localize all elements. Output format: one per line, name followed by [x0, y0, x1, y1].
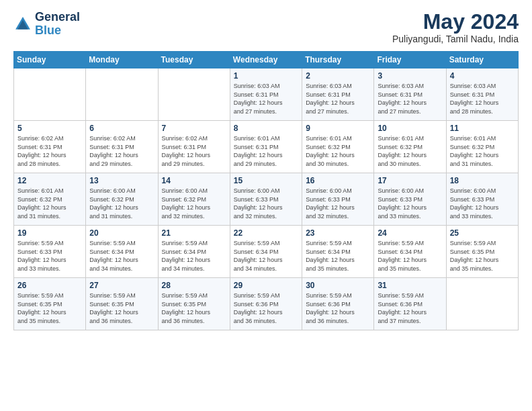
- day-info: Sunrise: 6:01 AM Sunset: 6:31 PM Dayligh…: [234, 134, 298, 168]
- col-wednesday: Wednesday: [230, 52, 302, 68]
- day-info: Sunrise: 5:59 AM Sunset: 6:36 PM Dayligh…: [378, 291, 442, 325]
- day-number: 10: [378, 124, 442, 133]
- cell-1-1: [14, 68, 86, 121]
- day-number: 17: [378, 176, 442, 185]
- day-number: 19: [17, 228, 82, 238]
- day-info: Sunrise: 5:59 AM Sunset: 6:34 PM Dayligh…: [378, 239, 442, 273]
- day-info: Sunrise: 6:00 AM Sunset: 6:33 PM Dayligh…: [450, 187, 515, 220]
- day-info: Sunrise: 6:03 AM Sunset: 6:31 PM Dayligh…: [306, 82, 370, 116]
- day-number: 20: [89, 228, 154, 238]
- day-number: 15: [234, 176, 298, 185]
- day-info: Sunrise: 5:59 AM Sunset: 6:33 PM Dayligh…: [17, 239, 82, 273]
- cell-5-2: 27Sunrise: 5:59 AM Sunset: 6:35 PM Dayli…: [86, 278, 158, 330]
- cell-1-3: [158, 68, 230, 121]
- day-number: 23: [306, 228, 370, 238]
- cell-5-7: [446, 278, 518, 330]
- cell-4-7: 25Sunrise: 5:59 AM Sunset: 6:35 PM Dayli…: [446, 226, 518, 278]
- day-info: Sunrise: 6:00 AM Sunset: 6:33 PM Dayligh…: [378, 187, 442, 220]
- day-info: Sunrise: 5:59 AM Sunset: 6:36 PM Dayligh…: [234, 291, 298, 325]
- day-number: 30: [306, 281, 370, 290]
- logo: General Blue: [13, 11, 80, 38]
- cell-3-7: 18Sunrise: 6:00 AM Sunset: 6:33 PM Dayli…: [446, 173, 518, 226]
- day-info: Sunrise: 6:02 AM Sunset: 6:31 PM Dayligh…: [89, 134, 154, 168]
- day-info: Sunrise: 5:59 AM Sunset: 6:34 PM Dayligh…: [89, 239, 154, 273]
- day-info: Sunrise: 6:00 AM Sunset: 6:32 PM Dayligh…: [162, 187, 226, 220]
- cell-3-4: 15Sunrise: 6:00 AM Sunset: 6:33 PM Dayli…: [230, 173, 302, 226]
- calendar-header: Sunday Monday Tuesday Wednesday Thursday…: [14, 52, 519, 68]
- cell-3-6: 17Sunrise: 6:00 AM Sunset: 6:33 PM Dayli…: [374, 173, 446, 226]
- day-number: 3: [378, 71, 442, 81]
- cell-5-6: 31Sunrise: 5:59 AM Sunset: 6:36 PM Dayli…: [374, 278, 446, 330]
- day-number: 4: [450, 71, 515, 81]
- day-info: Sunrise: 6:01 AM Sunset: 6:32 PM Dayligh…: [450, 134, 515, 168]
- page: General Blue May 2024 Puliyangudi, Tamil…: [0, 0, 532, 411]
- day-number: 26: [17, 281, 82, 290]
- day-info: Sunrise: 6:03 AM Sunset: 6:31 PM Dayligh…: [378, 82, 442, 116]
- day-info: Sunrise: 5:59 AM Sunset: 6:35 PM Dayligh…: [450, 239, 515, 273]
- cell-4-3: 21Sunrise: 5:59 AM Sunset: 6:34 PM Dayli…: [158, 226, 230, 278]
- cell-2-2: 6Sunrise: 6:02 AM Sunset: 6:31 PM Daylig…: [86, 121, 158, 173]
- day-number: 16: [306, 176, 370, 185]
- cell-3-1: 12Sunrise: 6:01 AM Sunset: 6:32 PM Dayli…: [14, 173, 86, 226]
- day-number: 29: [234, 281, 298, 290]
- day-info: Sunrise: 5:59 AM Sunset: 6:35 PM Dayligh…: [162, 291, 226, 325]
- day-number: 11: [450, 124, 515, 133]
- day-info: Sunrise: 6:01 AM Sunset: 6:32 PM Dayligh…: [17, 187, 82, 220]
- week-row-3: 12Sunrise: 6:01 AM Sunset: 6:32 PM Dayli…: [14, 173, 519, 226]
- col-saturday: Saturday: [446, 52, 518, 68]
- day-info: Sunrise: 6:00 AM Sunset: 6:33 PM Dayligh…: [234, 187, 298, 220]
- day-number: 21: [162, 228, 226, 238]
- day-info: Sunrise: 5:59 AM Sunset: 6:34 PM Dayligh…: [234, 239, 298, 273]
- day-number: 1: [234, 71, 298, 81]
- day-number: 6: [89, 124, 154, 133]
- col-sunday: Sunday: [14, 52, 86, 68]
- cell-2-4: 8Sunrise: 6:01 AM Sunset: 6:31 PM Daylig…: [230, 121, 302, 173]
- cell-5-3: 28Sunrise: 5:59 AM Sunset: 6:35 PM Dayli…: [158, 278, 230, 330]
- day-number: 27: [89, 281, 154, 290]
- cell-4-2: 20Sunrise: 5:59 AM Sunset: 6:34 PM Dayli…: [86, 226, 158, 278]
- day-info: Sunrise: 5:59 AM Sunset: 6:34 PM Dayligh…: [306, 239, 370, 273]
- cell-1-5: 2Sunrise: 6:03 AM Sunset: 6:31 PM Daylig…: [302, 68, 374, 121]
- cell-5-5: 30Sunrise: 5:59 AM Sunset: 6:36 PM Dayli…: [302, 278, 374, 330]
- cell-4-5: 23Sunrise: 5:59 AM Sunset: 6:34 PM Dayli…: [302, 226, 374, 278]
- day-info: Sunrise: 6:01 AM Sunset: 6:32 PM Dayligh…: [306, 134, 370, 168]
- col-tuesday: Tuesday: [158, 52, 230, 68]
- calendar-body: 1Sunrise: 6:03 AM Sunset: 6:31 PM Daylig…: [14, 68, 519, 330]
- day-number: 25: [450, 228, 515, 238]
- cell-1-6: 3Sunrise: 6:03 AM Sunset: 6:31 PM Daylig…: [374, 68, 446, 121]
- cell-2-3: 7Sunrise: 6:02 AM Sunset: 6:31 PM Daylig…: [158, 121, 230, 173]
- cell-4-6: 24Sunrise: 5:59 AM Sunset: 6:34 PM Dayli…: [374, 226, 446, 278]
- day-number: 8: [234, 124, 298, 133]
- day-info: Sunrise: 5:59 AM Sunset: 6:35 PM Dayligh…: [17, 291, 82, 325]
- week-row-2: 5Sunrise: 6:02 AM Sunset: 6:31 PM Daylig…: [14, 121, 519, 173]
- cell-3-3: 14Sunrise: 6:00 AM Sunset: 6:32 PM Dayli…: [158, 173, 230, 226]
- cell-4-1: 19Sunrise: 5:59 AM Sunset: 6:33 PM Dayli…: [14, 226, 86, 278]
- cell-2-7: 11Sunrise: 6:01 AM Sunset: 6:32 PM Dayli…: [446, 121, 518, 173]
- logo-line1: General: [35, 11, 80, 24]
- logo-icon: [13, 15, 32, 34]
- day-info: Sunrise: 5:59 AM Sunset: 6:34 PM Dayligh…: [162, 239, 226, 273]
- header-row: Sunday Monday Tuesday Wednesday Thursday…: [14, 52, 519, 68]
- week-row-1: 1Sunrise: 6:03 AM Sunset: 6:31 PM Daylig…: [14, 68, 519, 121]
- day-info: Sunrise: 6:01 AM Sunset: 6:32 PM Dayligh…: [378, 134, 442, 168]
- cell-3-5: 16Sunrise: 6:00 AM Sunset: 6:33 PM Dayli…: [302, 173, 374, 226]
- cell-5-4: 29Sunrise: 5:59 AM Sunset: 6:36 PM Dayli…: [230, 278, 302, 330]
- day-info: Sunrise: 6:02 AM Sunset: 6:31 PM Dayligh…: [17, 134, 82, 168]
- day-info: Sunrise: 6:03 AM Sunset: 6:31 PM Dayligh…: [234, 82, 298, 116]
- day-number: 18: [450, 176, 515, 185]
- day-number: 7: [162, 124, 226, 133]
- cell-5-1: 26Sunrise: 5:59 AM Sunset: 6:35 PM Dayli…: [14, 278, 86, 330]
- calendar-table: Sunday Monday Tuesday Wednesday Thursday…: [13, 51, 519, 330]
- cell-2-6: 10Sunrise: 6:01 AM Sunset: 6:32 PM Dayli…: [374, 121, 446, 173]
- day-number: 13: [89, 176, 154, 185]
- day-info: Sunrise: 6:02 AM Sunset: 6:31 PM Dayligh…: [162, 134, 226, 168]
- day-number: 14: [162, 176, 226, 185]
- logo-line2: Blue: [35, 24, 80, 38]
- col-monday: Monday: [86, 52, 158, 68]
- day-number: 5: [17, 124, 82, 133]
- cell-1-7: 4Sunrise: 6:03 AM Sunset: 6:31 PM Daylig…: [446, 68, 518, 121]
- day-number: 12: [17, 176, 82, 185]
- day-info: Sunrise: 6:00 AM Sunset: 6:33 PM Dayligh…: [306, 187, 370, 220]
- day-number: 2: [306, 71, 370, 81]
- day-number: 9: [306, 124, 370, 133]
